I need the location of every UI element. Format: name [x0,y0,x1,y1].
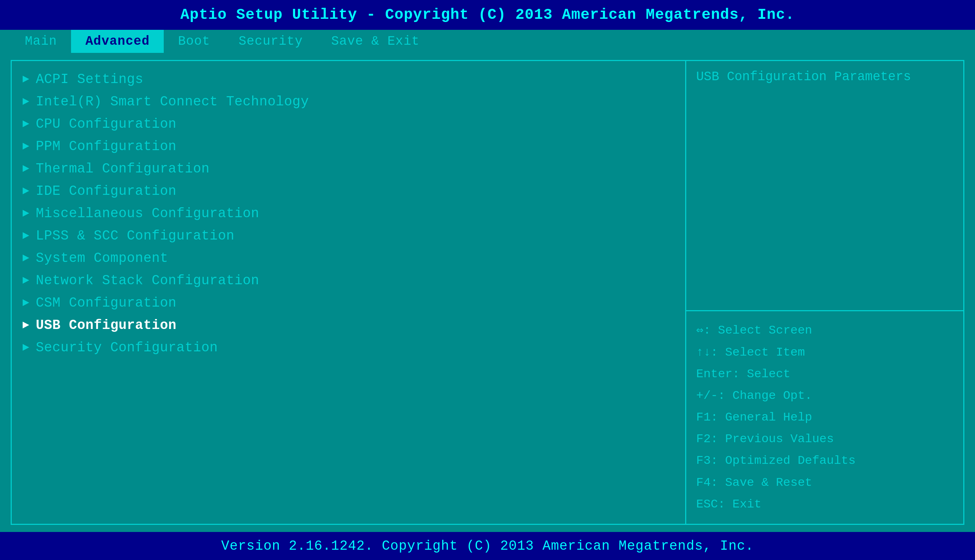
menu-item-intel-smart[interactable]: ► Intel(R) Smart Connect Technology [12,90,685,113]
main-content: ► ACPI Settings ► Intel(R) Smart Connect… [11,60,964,525]
arrow-icon: ► [22,140,30,153]
shortcut-esc: ESC: Exit [696,493,953,515]
header-title: Aptio Setup Utility - Copyright (C) 2013… [181,7,794,23]
tab-main[interactable]: Main [11,30,71,53]
shortcut-select-item: ↑↓: Select Item [696,342,953,363]
shortcut-enter: Enter: Select [696,363,953,385]
menu-item-thermal[interactable]: ► Thermal Configuration [12,158,685,180]
arrow-icon: ► [22,296,30,310]
arrow-icon: ► [22,252,30,265]
menu-item-miscellaneous[interactable]: ► Miscellaneous Configuration [12,202,685,225]
arrow-icon: ► [22,73,30,86]
bottom-bar: Version 2.16.1242. Copyright (C) 2013 Am… [0,532,975,560]
arrow-icon: ► [22,117,30,131]
arrow-icon: ► [22,319,30,332]
tab-save-exit[interactable]: Save & Exit [317,30,434,53]
arrow-icon: ► [22,229,30,242]
arrow-icon: ► [22,162,30,175]
tab-boot[interactable]: Boot [164,30,224,53]
right-description: USB Configuration Parameters [686,61,963,310]
top-bar: Aptio Setup Utility - Copyright (C) 2013… [0,0,975,30]
shortcut-f2: F2: Previous Values [696,428,953,450]
shortcut-select-screen: ⇔: Select Screen [696,320,953,342]
shortcut-f4: F4: Save & Reset [696,472,953,493]
shortcut-f3: F3: Optimized Defaults [696,450,953,472]
arrow-icon: ► [22,341,30,354]
menu-item-lpss[interactable]: ► LPSS & SCC Configuration [12,225,685,247]
menu-item-csm[interactable]: ► CSM Configuration [12,292,685,314]
menu-item-ppm[interactable]: ► PPM Configuration [12,135,685,158]
footer-text: Version 2.16.1242. Copyright (C) 2013 Am… [221,538,754,553]
arrow-icon: ► [22,274,30,287]
usb-config-title: USB Configuration Parameters [696,70,911,84]
tab-bar: Main Advanced Boot Security Save & Exit [0,30,975,53]
shortcut-f1: F1: General Help [696,407,953,428]
arrow-icon: ► [22,95,30,108]
menu-item-acpi[interactable]: ► ACPI Settings [12,68,685,90]
menu-item-cpu[interactable]: ► CPU Configuration [12,113,685,135]
tab-advanced[interactable]: Advanced [71,30,164,53]
arrow-icon: ► [22,185,30,198]
arrow-icon: ► [22,207,30,220]
left-panel: ► ACPI Settings ► Intel(R) Smart Connect… [12,61,686,524]
shortcut-change-opt: +/-: Change Opt. [696,385,953,407]
menu-item-ide[interactable]: ► IDE Configuration [12,180,685,202]
menu-item-security-config[interactable]: ► Security Configuration [12,337,685,359]
right-panel: USB Configuration Parameters ⇔: Select S… [686,61,963,524]
menu-item-network[interactable]: ► Network Stack Configuration [12,269,685,292]
menu-item-usb[interactable]: ► USB Configuration [12,314,685,337]
tab-security[interactable]: Security [224,30,317,53]
bios-screen: Aptio Setup Utility - Copyright (C) 2013… [0,0,975,560]
menu-item-system[interactable]: ► System Component [12,247,685,269]
right-shortcuts: ⇔: Select Screen ↑↓: Select Item Enter: … [686,310,963,524]
